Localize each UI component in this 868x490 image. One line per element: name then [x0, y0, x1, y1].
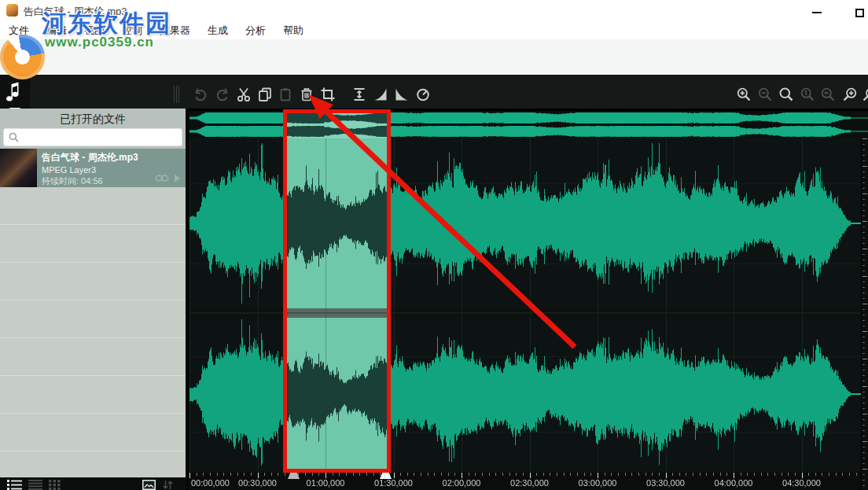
detail-view-button[interactable] [7, 479, 22, 490]
search-input[interactable] [19, 129, 182, 146]
vzin-icon [842, 87, 858, 102]
undo-button[interactable] [193, 87, 208, 102]
zoom-one-to-one-button[interactable] [800, 87, 815, 102]
search-box[interactable] [3, 128, 182, 146]
menu-item-0[interactable]: 文件 [0, 22, 38, 39]
zoom-previous-button[interactable] [820, 87, 836, 102]
trim-button[interactable] [320, 87, 336, 102]
vertical-zoom-in-button[interactable] [842, 87, 858, 102]
menu-item-4[interactable]: 效果器 [151, 22, 199, 39]
zoom-selection-button[interactable] [778, 87, 794, 102]
fadein-icon [373, 87, 388, 102]
album-art [0, 149, 37, 187]
timeline-label-8: 04:00,000 [715, 478, 753, 488]
trash-icon [299, 87, 314, 102]
fit-vertical-button[interactable] [351, 87, 367, 102]
fadeout-icon [394, 87, 410, 102]
music-note-icon [6, 81, 24, 103]
zoom-out-button[interactable] [757, 87, 773, 102]
app-window: 告白气球 - 周杰伦.mp3 文件编辑视图控制效果器生成分析帮助 i 32 kH… [0, 0, 868, 490]
sort-arrows-icon [162, 480, 174, 490]
list-view-button[interactable] [28, 479, 42, 490]
timeline-label-9: 04:30,000 [782, 478, 821, 488]
paste-icon [278, 87, 293, 102]
fade-out-button[interactable] [394, 87, 410, 102]
knob-icon [415, 87, 431, 102]
cut-icon [236, 87, 252, 102]
redo-icon [215, 87, 230, 102]
main-toolbar: i 32 kHz stereo -0000:01:27.287 [0, 39, 868, 75]
timeline-label-1: 00:30,000 [238, 478, 277, 488]
timeline-label-2: 01:00,000 [307, 478, 345, 488]
window-title: 告白气球 - 周杰伦.mp3 [24, 5, 127, 19]
annotation-rectangle [283, 109, 391, 473]
delete-button[interactable] [299, 87, 314, 102]
minimize-icon [812, 12, 822, 13]
timeline-label-5: 02:30,000 [510, 478, 549, 488]
timeline-label-0: 00:00,000 [191, 478, 230, 488]
sort-button[interactable] [162, 479, 174, 490]
link-icon[interactable] [155, 174, 169, 182]
redo-button[interactable] [215, 87, 230, 102]
menu-item-3[interactable]: 控制 [113, 22, 151, 39]
show-artwork-button[interactable] [142, 479, 156, 490]
menu-bar: 文件编辑视图控制效果器生成分析帮助 [0, 22, 868, 39]
fade-in-button[interactable] [373, 87, 388, 102]
grid-view-icon [49, 480, 61, 490]
document-tab[interactable] [0, 75, 30, 109]
timeline-label-6: 03:00,000 [579, 478, 617, 488]
file-list-item[interactable]: 告白气球 - 周杰伦.mp3 MPEG Layer3 持续时间: 04:56 [0, 149, 186, 187]
gain-button[interactable] [415, 87, 431, 102]
zout-icon [757, 87, 773, 102]
timeline-label-3: 01:30,000 [374, 478, 413, 488]
undo-icon [193, 87, 208, 102]
title-bar: 告白气球 - 周杰伦.mp3 [0, 0, 868, 22]
paste-button[interactable] [278, 87, 293, 102]
grid-view-button[interactable] [49, 479, 61, 490]
menu-item-1[interactable]: 编辑 [38, 22, 75, 39]
zback-icon [820, 87, 836, 102]
vertical-zoom-out-button[interactable] [862, 87, 868, 102]
fit-icon [351, 87, 367, 102]
zoom-in-button[interactable] [736, 87, 752, 102]
toolbar-drag-handle[interactable] [174, 86, 182, 103]
minimize-button[interactable] [807, 6, 827, 19]
file-list[interactable] [0, 187, 186, 477]
list-view-icon [28, 480, 42, 490]
cut-button[interactable] [236, 87, 252, 102]
copy-button[interactable] [257, 87, 273, 102]
app-icon [6, 4, 18, 17]
search-icon [9, 132, 19, 142]
file-play-icon[interactable] [174, 174, 181, 182]
menu-item-7[interactable]: 帮助 [274, 22, 312, 39]
detail-view-icon [7, 480, 22, 490]
copy-icon [257, 87, 273, 102]
zone-icon [800, 87, 815, 102]
vzout-icon [862, 87, 868, 102]
artwork-icon [142, 480, 156, 490]
menu-item-2[interactable]: 视图 [75, 22, 113, 39]
sidebar-title: 已打开的文件 [0, 112, 186, 127]
maximize-button[interactable] [849, 6, 868, 19]
maximize-icon [855, 9, 864, 17]
timeline-label-4: 02:00,000 [443, 478, 481, 488]
crop-icon [320, 87, 336, 102]
zsel-icon [778, 87, 794, 102]
zin-icon [736, 87, 752, 102]
timeline-label-7: 03:30,000 [646, 478, 685, 488]
file-name: 告白气球 - 周杰伦.mp3 [42, 151, 186, 164]
menu-item-6[interactable]: 分析 [237, 22, 274, 39]
menu-item-5[interactable]: 生成 [199, 22, 237, 39]
